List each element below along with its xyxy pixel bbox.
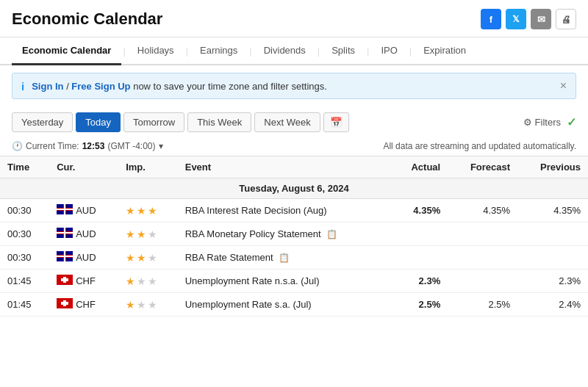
empty-star: ★ — [137, 275, 146, 287]
event-currency: CHF — [49, 270, 118, 293]
tab-holidays[interactable]: Holidays — [127, 37, 184, 65]
event-forecast: 2.5% — [448, 293, 517, 317]
event-actual — [392, 223, 448, 246]
economic-calendar-table: Time Cur. Imp. Event Actual Forecast Pre… — [0, 156, 588, 317]
flag-aud — [57, 204, 73, 217]
header-icons: f 𝕏 ✉ 🖨 — [481, 9, 576, 29]
svg-rect-14 — [64, 251, 65, 261]
document-icon: 📋 — [279, 253, 290, 263]
table-header-row: Time Cur. Imp. Event Actual Forecast Pre… — [0, 156, 588, 178]
tab-economic-calendar[interactable]: Economic Calendar — [12, 37, 121, 65]
flag-chf — [57, 275, 73, 287]
table-row: 00:30 AUD★★★RBA Rate Statement 📋 — [0, 246, 588, 270]
mail-button[interactable]: ✉ — [531, 9, 551, 29]
filled-star: ★ — [126, 299, 135, 311]
tab-ipo[interactable]: IPO — [370, 37, 407, 65]
svg-rect-17 — [61, 278, 68, 281]
event-importance: ★★★ — [118, 293, 178, 317]
today-button[interactable]: Today — [76, 112, 121, 132]
date-nav-buttons: Yesterday Today Tomorrow This Week Next … — [12, 112, 349, 132]
event-time: 00:30 — [0, 223, 49, 246]
col-time: Time — [0, 156, 49, 178]
date-navigation: Yesterday Today Tomorrow This Week Next … — [0, 106, 588, 138]
current-time-prefix: Current Time: — [26, 141, 79, 151]
col-importance: Imp. — [118, 156, 178, 178]
yesterday-button[interactable]: Yesterday — [12, 112, 73, 132]
event-actual — [392, 246, 448, 270]
empty-star: ★ — [148, 275, 157, 287]
svg-rect-9 — [64, 228, 65, 238]
empty-star: ★ — [148, 299, 157, 311]
col-actual: Actual — [392, 156, 448, 178]
event-currency: AUD — [49, 246, 118, 270]
event-name[interactable]: Unemployment Rate n.s.a. (Jul) — [178, 270, 392, 293]
event-previous: 2.3% — [517, 270, 588, 293]
info-text: Sign In / Free Sign Up now to save your … — [32, 81, 552, 92]
event-name[interactable]: RBA Monetary Policy Statement 📋 — [178, 223, 392, 246]
event-forecast — [448, 246, 517, 270]
event-importance: ★★★ — [118, 199, 178, 223]
currency-code: AUD — [76, 228, 96, 239]
info-icon: i — [21, 80, 24, 93]
tab-earnings[interactable]: Earnings — [190, 37, 248, 65]
tab-dividends[interactable]: Dividends — [254, 37, 316, 65]
event-importance: ★★★ — [118, 246, 178, 270]
time-display: 🕐 Current Time: 12:53 (GMT -4:00) ▾ — [12, 141, 163, 151]
event-name[interactable]: Unemployment Rate s.a. (Jul) — [178, 293, 392, 317]
event-actual: 2.3% — [392, 270, 448, 293]
event-name[interactable]: RBA Rate Statement 📋 — [178, 246, 392, 270]
tomorrow-button[interactable]: Tomorrow — [123, 112, 184, 132]
sign-in-link[interactable]: Sign In — [32, 81, 63, 92]
table-row: 01:45 CHF★★★Unemployment Rate s.a. (Jul)… — [0, 293, 588, 317]
document-icon: 📋 — [326, 229, 337, 239]
event-currency: AUD — [49, 223, 118, 246]
event-name[interactable]: RBA Interest Rate Decision (Aug) — [178, 199, 392, 223]
this-week-button[interactable]: This Week — [187, 112, 251, 132]
event-previous — [517, 223, 588, 246]
currency-code: AUD — [76, 205, 96, 216]
event-forecast — [448, 270, 517, 293]
check-icon: ✓ — [567, 115, 576, 129]
event-time: 01:45 — [0, 270, 49, 293]
current-time-bar: 🕐 Current Time: 12:53 (GMT -4:00) ▾ All … — [0, 138, 588, 156]
tab-expiration[interactable]: Expiration — [413, 37, 476, 65]
filled-star: ★ — [137, 252, 146, 264]
free-signup-link[interactable]: Free Sign Up — [71, 81, 130, 92]
info-banner: i Sign In / Free Sign Up now to save you… — [12, 73, 576, 99]
filters-area: ⚙ Filters ✓ — [523, 115, 576, 129]
event-previous — [517, 246, 588, 270]
col-previous: Previous — [517, 156, 588, 178]
empty-star: ★ — [137, 299, 146, 311]
event-importance: ★★★ — [118, 270, 178, 293]
filters-button[interactable]: ⚙ Filters — [523, 117, 561, 128]
filter-icon: ⚙ — [523, 117, 532, 128]
col-currency: Cur. — [49, 156, 118, 178]
filled-star: ★ — [126, 205, 135, 217]
tab-splits[interactable]: Splits — [321, 37, 365, 65]
twitter-button[interactable]: 𝕏 — [506, 9, 526, 29]
currency-code: CHF — [76, 299, 96, 310]
print-button[interactable]: 🖨 — [556, 9, 576, 29]
currency-code: AUD — [76, 252, 96, 263]
event-time: 00:30 — [0, 199, 49, 223]
calendar-picker-button[interactable]: 📅 — [323, 112, 349, 132]
event-forecast — [448, 223, 517, 246]
timezone-label: (GMT -4:00) — [107, 141, 155, 151]
current-time-value: 12:53 — [82, 141, 105, 151]
col-event: Event — [178, 156, 392, 178]
filters-label: Filters — [535, 117, 561, 128]
event-currency: AUD — [49, 199, 118, 223]
filled-star: ★ — [126, 275, 135, 287]
next-week-button[interactable]: Next Week — [254, 112, 320, 132]
facebook-button[interactable]: f — [481, 9, 501, 29]
event-currency: CHF — [49, 293, 118, 317]
timezone-dropdown-icon[interactable]: ▾ — [159, 141, 163, 151]
event-time: 01:45 — [0, 293, 49, 317]
event-actual: 4.35% — [392, 199, 448, 223]
flag-aud — [57, 251, 73, 264]
event-previous: 2.4% — [517, 293, 588, 317]
filled-star: ★ — [137, 205, 146, 217]
banner-close-button[interactable]: × — [560, 79, 567, 93]
flag-aud — [57, 228, 73, 240]
event-importance: ★★★ — [118, 223, 178, 246]
